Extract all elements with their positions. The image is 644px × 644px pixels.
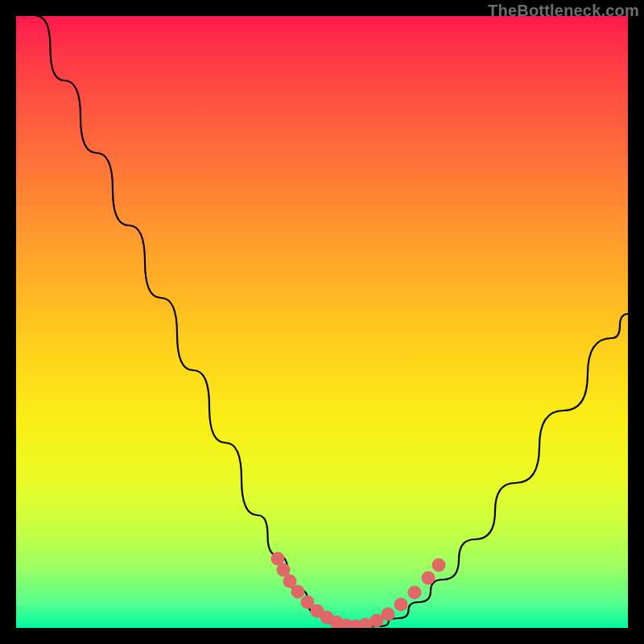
chart-plot-area: [16, 16, 628, 628]
marker-dot: [382, 608, 395, 621]
marker-dot: [394, 598, 408, 612]
watermark-text: TheBottleneck.com: [488, 2, 639, 20]
marker-dot: [291, 585, 305, 599]
chart-frame: TheBottleneck.com: [0, 0, 644, 644]
marker-group: [271, 552, 446, 629]
marker-dot: [432, 559, 446, 572]
bottleneck-curve: [36, 16, 628, 628]
marker-dot: [408, 586, 422, 600]
chart-svg: [16, 16, 628, 628]
marker-dot: [422, 572, 436, 585]
